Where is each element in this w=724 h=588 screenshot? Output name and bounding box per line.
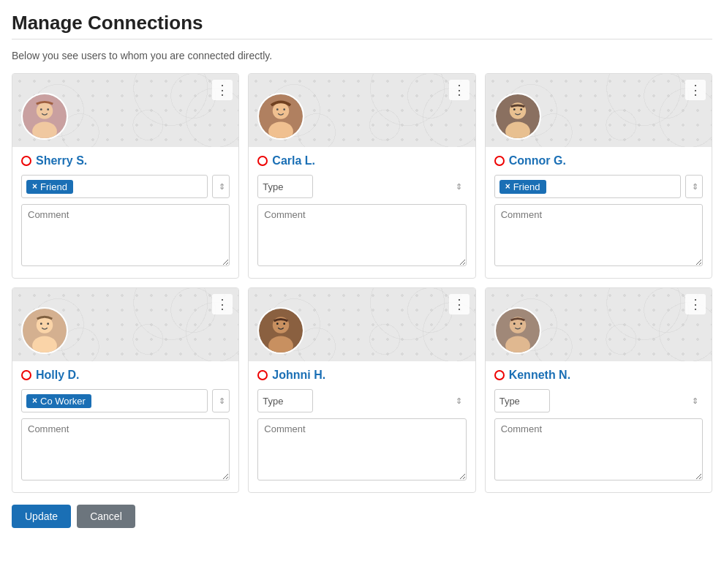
card-carla: ⋮ Carla L. Type Friend Co Worker Family: [248, 73, 475, 279]
tag-badge-container-connor: × Friend: [494, 175, 681, 198]
tag-remove-holly[interactable]: ×: [32, 396, 37, 406]
card-header-carla: ⋮: [249, 74, 475, 147]
avatar-connor: [494, 93, 541, 140]
avatar-kenneth: [494, 307, 541, 354]
card-body-kenneth: Kenneth N. Type Friend Co Worker Family: [486, 361, 712, 492]
card-body-connor: Connor G. × Friend: [486, 147, 712, 278]
svg-point-19: [47, 323, 49, 325]
card-kenneth: ⋮ Kenneth N. Type Friend Co Worker Famil…: [485, 287, 712, 493]
comment-textarea-connor[interactable]: [494, 204, 703, 266]
svg-point-4: [47, 108, 49, 110]
svg-point-9: [284, 108, 286, 110]
status-icon-kenneth: [494, 370, 505, 380]
user-name-sherry: Sherry S.: [21, 154, 230, 167]
svg-point-29: [520, 323, 522, 325]
tag-select-carla[interactable]: Type Friend Co Worker Family: [257, 175, 313, 198]
tag-remove-sherry[interactable]: ×: [32, 181, 37, 192]
tag-badge-holly[interactable]: × Co Worker: [26, 394, 91, 408]
svg-point-14: [520, 108, 522, 110]
user-name-connor: Connor G.: [494, 154, 703, 167]
tag-select-kenneth[interactable]: Type Friend Co Worker Family: [494, 389, 550, 412]
card-body-johnni: Johnni H. Type Friend Co Worker Family: [249, 361, 475, 492]
user-name-johnni: Johnni H.: [257, 369, 466, 382]
tag-select-johnni[interactable]: Type Friend Co Worker Family: [257, 389, 313, 412]
svg-point-23: [276, 323, 279, 325]
user-name-text-holly: Holly D.: [36, 369, 80, 382]
menu-button-kenneth[interactable]: ⋮: [685, 294, 706, 314]
page-subtitle: Below you see users to whom you are conn…: [12, 50, 712, 61]
svg-point-16: [37, 317, 53, 333]
tag-select-sherry[interactable]: [212, 175, 230, 198]
status-icon-johnni: [257, 370, 268, 380]
svg-point-13: [513, 108, 516, 110]
status-icon-connor: [494, 156, 505, 166]
menu-button-holly[interactable]: ⋮: [212, 294, 233, 314]
card-sherry: ⋮ Sherry S. × Friend: [12, 73, 239, 279]
tag-label-holly: Co Worker: [40, 396, 86, 407]
menu-button-connor[interactable]: ⋮: [685, 80, 706, 100]
user-name-text-johnni: Johnni H.: [272, 369, 325, 382]
tag-label-connor: Friend: [513, 181, 540, 192]
tag-row-johnni: Type Friend Co Worker Family: [257, 389, 466, 412]
status-icon-sherry: [21, 156, 31, 166]
tag-badge-container-sherry: × Friend: [21, 175, 208, 198]
status-icon-carla: [257, 156, 268, 166]
svg-point-24: [284, 323, 286, 325]
page-title: Manage Connections: [12, 12, 712, 34]
comment-textarea-carla[interactable]: [257, 204, 466, 266]
user-name-holly: Holly D.: [21, 369, 230, 382]
card-body-carla: Carla L. Type Friend Co Worker Family: [249, 147, 475, 278]
card-connor: ⋮ Connor G. × Friend: [485, 73, 712, 279]
card-header-sherry: ⋮: [12, 74, 238, 147]
tag-select-holly[interactable]: [212, 389, 230, 412]
tag-remove-connor[interactable]: ×: [505, 181, 510, 192]
card-holly: ⋮ Holly D. × Co Worker: [12, 287, 239, 493]
card-body-holly: Holly D. × Co Worker: [12, 361, 238, 492]
card-header-holly: ⋮: [12, 288, 238, 361]
user-name-text-connor: Connor G.: [509, 154, 566, 167]
user-name-carla: Carla L.: [257, 154, 466, 167]
comment-textarea-sherry[interactable]: [21, 204, 230, 266]
avatar-holly: [21, 307, 68, 354]
svg-point-1: [37, 102, 53, 119]
cancel-button[interactable]: Cancel: [77, 505, 135, 528]
tag-label-sherry: Friend: [40, 181, 67, 192]
footer-actions: Update Cancel: [12, 505, 712, 528]
avatar-sherry: [21, 93, 68, 140]
user-name-kenneth: Kenneth N.: [494, 369, 703, 382]
avatar-johnni: [257, 307, 304, 354]
svg-point-6: [273, 102, 290, 119]
tag-row-sherry: × Friend: [21, 175, 230, 198]
tag-badge-container-holly: × Co Worker: [21, 389, 208, 412]
tag-select-connor[interactable]: [685, 175, 703, 198]
card-header-kenneth: ⋮: [486, 288, 712, 361]
comment-textarea-kenneth[interactable]: [494, 418, 703, 480]
tag-row-kenneth: Type Friend Co Worker Family: [494, 389, 703, 412]
card-body-sherry: Sherry S. × Friend: [12, 147, 238, 278]
tag-row-carla: Type Friend Co Worker Family: [257, 175, 466, 198]
menu-button-carla[interactable]: ⋮: [449, 80, 470, 100]
menu-button-sherry[interactable]: ⋮: [212, 80, 233, 100]
svg-point-18: [40, 323, 42, 325]
update-button[interactable]: Update: [12, 505, 71, 528]
card-header-johnni: ⋮: [249, 288, 475, 361]
card-header-connor: ⋮: [486, 74, 712, 147]
comment-textarea-holly[interactable]: [21, 418, 230, 480]
tag-row-holly: × Co Worker: [21, 389, 230, 412]
user-name-text-sherry: Sherry S.: [36, 154, 87, 167]
user-name-text-kenneth: Kenneth N.: [509, 369, 570, 382]
comment-textarea-johnni[interactable]: [257, 418, 466, 480]
svg-point-3: [40, 108, 42, 110]
svg-point-28: [513, 323, 516, 325]
avatar-carla: [257, 93, 304, 140]
card-johnni: ⋮ Johnni H. Type Friend Co Worker Family: [248, 287, 475, 493]
tag-badge-sherry[interactable]: × Friend: [26, 180, 73, 194]
tag-badge-connor[interactable]: × Friend: [499, 180, 546, 194]
tag-row-connor: × Friend: [494, 175, 703, 198]
connections-grid: ⋮ Sherry S. × Friend: [12, 73, 712, 493]
user-name-text-carla: Carla L.: [272, 154, 315, 167]
menu-button-johnni[interactable]: ⋮: [449, 294, 470, 314]
status-icon-holly: [21, 370, 31, 380]
svg-point-8: [276, 108, 279, 110]
